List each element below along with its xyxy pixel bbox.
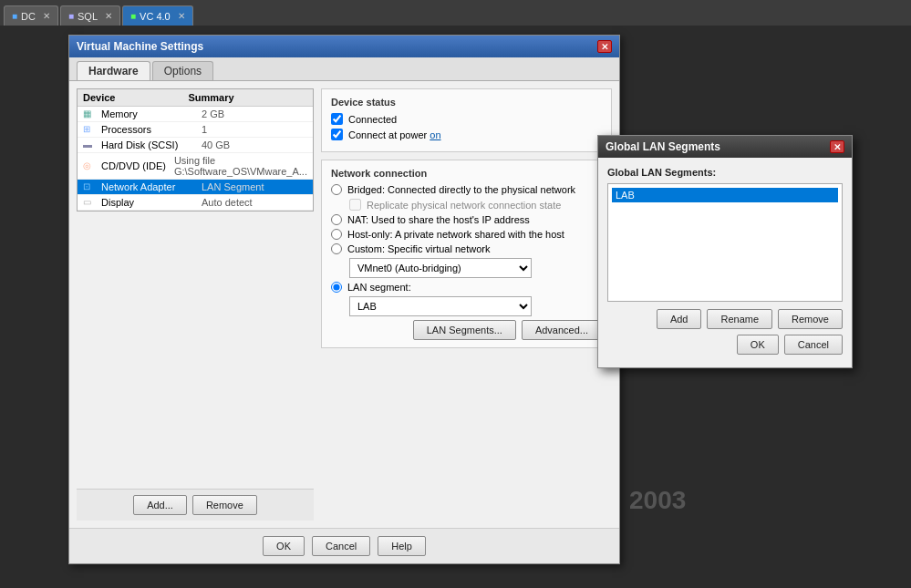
vc-icon: ■ bbox=[130, 11, 136, 21]
lan-segment-radio[interactable] bbox=[331, 282, 342, 293]
global-lan-label: Global LAN Segments: bbox=[607, 167, 843, 178]
taskbar: ■ DC ✕ ■ SQL ✕ ■ VC 4.0 ✕ bbox=[0, 0, 911, 26]
vm-settings-title: Virtual Machine Settings bbox=[77, 40, 203, 53]
connected-label: Connected bbox=[348, 114, 397, 125]
lan-segment-select[interactable]: LAB bbox=[349, 296, 532, 316]
custom-label: Custom: Specific virtual network bbox=[347, 243, 491, 254]
lan-segments-button[interactable]: LAN Segments... bbox=[413, 320, 516, 340]
nat-label: NAT: Used to share the host's IP address bbox=[347, 214, 530, 225]
hostonly-label: Host-only: A private network shared with… bbox=[347, 229, 564, 240]
vm-settings-tabs: Hardware Options bbox=[69, 57, 619, 81]
hostonly-radio[interactable] bbox=[331, 229, 342, 240]
connected-row: Connected bbox=[331, 113, 602, 125]
global-lan-close[interactable]: ✕ bbox=[830, 140, 844, 153]
replicate-label: Replicate physical network connection st… bbox=[367, 200, 561, 211]
main-area: 2003 Virtual Machine Settings ✕ Hardware… bbox=[0, 26, 911, 588]
lan-segment-row: LAN segment: bbox=[331, 282, 602, 293]
power-on-row: Connect at power on bbox=[331, 129, 602, 140]
add-button[interactable]: Add... bbox=[133, 495, 187, 515]
vm-settings-content: Device Summary ▦ Memory 2 GB ⊞ Processor… bbox=[69, 81, 619, 528]
sql-icon: ■ bbox=[68, 11, 74, 21]
global-lan-dialog: Global LAN Segments ✕ Global LAN Segment… bbox=[597, 135, 853, 368]
tab-sql-close[interactable]: ✕ bbox=[105, 11, 112, 21]
lan-list-box: LAB bbox=[607, 183, 843, 302]
vm-settings-titlebar: Virtual Machine Settings ✕ bbox=[69, 36, 619, 57]
device-list-footer: Add... Remove bbox=[77, 489, 314, 521]
connected-checkbox[interactable] bbox=[331, 113, 343, 125]
hostonly-row: Host-only: A private network shared with… bbox=[331, 229, 602, 240]
lan-segment-label: LAN segment: bbox=[347, 282, 411, 293]
custom-vmnet-select[interactable]: VMnet0 (Auto-bridging) bbox=[349, 258, 532, 278]
bridged-label: Bridged: Connected directly to the physi… bbox=[347, 184, 575, 195]
network-icon: ⊡ bbox=[83, 181, 98, 192]
nat-row: NAT: Used to share the host's IP address bbox=[331, 214, 602, 225]
remove-button[interactable]: Remove bbox=[192, 495, 257, 515]
vm-settings-close[interactable]: ✕ bbox=[597, 40, 612, 53]
cancel-button[interactable]: Cancel bbox=[312, 536, 370, 556]
dc-icon: ■ bbox=[12, 11, 17, 21]
global-lan-remove-button[interactable]: Remove bbox=[778, 309, 843, 329]
global-lan-ok-button[interactable]: OK bbox=[737, 335, 779, 355]
tab-vc[interactable]: ■ VC 4.0 ✕ bbox=[122, 5, 193, 26]
device-row-processors[interactable]: ⊞ Processors 1 bbox=[78, 122, 313, 138]
device-row-display[interactable]: ▭ Display Auto detect bbox=[78, 195, 313, 211]
power-on-checkbox[interactable] bbox=[331, 129, 343, 140]
global-lan-titlebar: Global LAN Segments ✕ bbox=[598, 136, 852, 158]
device-list: Device Summary ▦ Memory 2 GB ⊞ Processor… bbox=[77, 88, 314, 211]
tab-vc-close[interactable]: ✕ bbox=[178, 11, 185, 21]
device-row-harddisk[interactable]: ▬ Hard Disk (SCSI) 40 GB bbox=[78, 138, 313, 153]
custom-radio[interactable] bbox=[331, 243, 342, 254]
custom-dropdown-row: VMnet0 (Auto-bridging) bbox=[349, 258, 602, 278]
global-lan-buttons1: Add Rename Remove bbox=[607, 309, 843, 329]
global-lan-title: Global LAN Segments bbox=[606, 140, 720, 153]
replicate-row: Replicate physical network connection st… bbox=[349, 199, 602, 211]
background-text: 2003 bbox=[629, 486, 686, 515]
device-status-section: Device status Connected Connect at power… bbox=[321, 88, 612, 152]
harddisk-icon: ▬ bbox=[83, 139, 98, 150]
device-settings-panel: Device status Connected Connect at power… bbox=[321, 88, 612, 521]
device-row-network[interactable]: ⊡ Network Adapter LAN Segment bbox=[78, 180, 313, 195]
cddvd-icon: ◎ bbox=[83, 160, 98, 171]
global-lan-content: Global LAN Segments: LAB Add Rename Remo… bbox=[598, 158, 852, 367]
tab-dc[interactable]: ■ DC ✕ bbox=[4, 5, 58, 26]
help-button[interactable]: Help bbox=[378, 536, 426, 556]
network-connection-section: Network connection Bridged: Connected di… bbox=[321, 160, 612, 348]
global-lan-buttons2: OK Cancel bbox=[607, 335, 843, 355]
tab-sql[interactable]: ■ SQL ✕ bbox=[60, 5, 120, 26]
bridged-row: Bridged: Connected directly to the physi… bbox=[331, 184, 602, 195]
global-lan-cancel-button[interactable]: Cancel bbox=[784, 335, 843, 355]
device-list-header: Device Summary bbox=[78, 89, 313, 107]
device-row-memory[interactable]: ▦ Memory 2 GB bbox=[78, 107, 313, 122]
bridged-radio[interactable] bbox=[331, 184, 342, 195]
tab-options[interactable]: Options bbox=[152, 61, 213, 80]
replicate-checkbox[interactable] bbox=[349, 199, 361, 211]
custom-row: Custom: Specific virtual network bbox=[331, 243, 602, 254]
vm-dialog-footer: OK Cancel Help bbox=[69, 528, 619, 563]
ok-button[interactable]: OK bbox=[263, 536, 305, 556]
lan-action-buttons: LAN Segments... Advanced... bbox=[331, 320, 602, 340]
display-icon: ▭ bbox=[83, 197, 98, 208]
advanced-button[interactable]: Advanced... bbox=[522, 320, 602, 340]
nat-radio[interactable] bbox=[331, 214, 342, 225]
network-connection-label: Network connection bbox=[331, 168, 602, 179]
processors-icon: ⊞ bbox=[83, 124, 98, 135]
lan-list-item-lab[interactable]: LAB bbox=[612, 188, 838, 202]
lan-dropdown-row: LAB bbox=[349, 296, 602, 316]
device-status-label: Device status bbox=[331, 97, 602, 108]
vm-settings-dialog: Virtual Machine Settings ✕ Hardware Opti… bbox=[68, 35, 620, 564]
global-lan-add-button[interactable]: Add bbox=[657, 309, 702, 329]
tab-hardware[interactable]: Hardware bbox=[77, 61, 150, 80]
power-on-link[interactable]: on bbox=[430, 129, 440, 140]
global-lan-rename-button[interactable]: Rename bbox=[707, 309, 772, 329]
tab-dc-close[interactable]: ✕ bbox=[43, 11, 50, 21]
memory-icon: ▦ bbox=[83, 108, 98, 119]
device-row-cddvd[interactable]: ◎ CD/DVD (IDE) Using file G:\Software_OS… bbox=[78, 153, 313, 180]
power-on-text: Connect at power on bbox=[348, 129, 441, 140]
